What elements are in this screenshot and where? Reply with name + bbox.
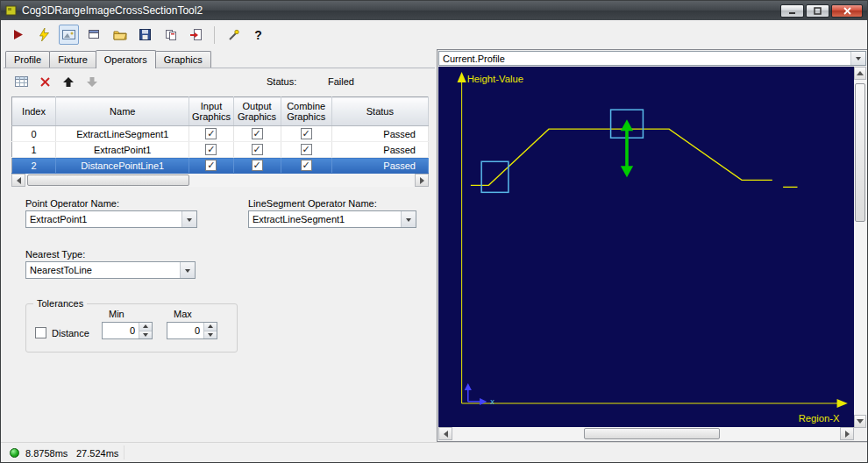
profile-source-combo[interactable]: Current.Profile (438, 51, 866, 66)
maximize-button[interactable] (806, 4, 829, 18)
nearest-type-label: Nearest Type: (25, 249, 85, 260)
combine-graphics-checkbox[interactable]: ✓ (301, 160, 312, 171)
delete-operator-button[interactable] (36, 73, 53, 90)
point-operator-combo[interactable]: ExtractPoint1 (25, 210, 197, 228)
tab-fixture[interactable]: Fixture (49, 51, 96, 68)
scroll-right-button[interactable] (840, 427, 854, 440)
combo-dropdown-button[interactable] (401, 211, 416, 227)
show-image-toggle[interactable] (59, 25, 79, 45)
combo-dropdown-button[interactable] (180, 262, 195, 278)
col-header-index: Index (12, 97, 56, 126)
tab-strip: Profile Fixture Operators Graphics (5, 51, 210, 68)
maximize-icon (814, 7, 822, 15)
status-value: Failed (328, 76, 354, 87)
scrollbar-track[interactable] (854, 80, 866, 415)
combo-dropdown-button[interactable] (850, 52, 865, 65)
add-operator-button[interactable] (12, 73, 30, 90)
scroll-down-button[interactable] (854, 415, 866, 428)
y-axis-label: Height-Value (467, 74, 523, 84)
max-label: Max (174, 309, 192, 319)
chart-vscrollbar[interactable] (854, 67, 866, 428)
minimize-icon (788, 7, 796, 15)
help-button[interactable]: ? (248, 25, 268, 45)
total-time: 27.524ms (76, 448, 118, 459)
cell-combine-graphics-checkbox: ✓ (281, 142, 331, 158)
x-axis-label: Region-X (799, 413, 840, 424)
arrow-down-icon (857, 419, 864, 427)
window-title: Cog3DRangeImageCrossSectionTool2 (22, 4, 203, 17)
help-icon: ? (254, 28, 262, 42)
cell-index: 0 (12, 126, 56, 142)
cell-status: Passed (331, 126, 428, 142)
profile-chart-area[interactable]: Height-ValueRegion-Xx (438, 67, 854, 428)
spin-up-button[interactable] (203, 323, 217, 331)
table-row[interactable]: 2DistancePointLine1✓✓✓Passed (12, 158, 429, 174)
output-graphics-checkbox[interactable]: ✓ (252, 160, 263, 171)
scroll-left-button[interactable] (438, 427, 452, 440)
nearest-type-value: NearestToLine (30, 265, 177, 275)
nearest-type-combo[interactable]: NearestToLine (25, 261, 196, 279)
table-row[interactable]: 0ExtractLineSegment1✓✓✓Passed (12, 126, 429, 142)
spin-up-button[interactable] (139, 323, 152, 331)
close-button[interactable] (831, 4, 863, 18)
scrollbar-corner (854, 428, 866, 440)
tab-profile[interactable]: Profile (5, 51, 50, 68)
arrow-right-icon (420, 177, 428, 184)
output-graphics-checkbox[interactable]: ✓ (252, 128, 263, 139)
chart-hscrollbar[interactable] (438, 427, 854, 440)
arrow-down-icon (208, 333, 213, 339)
scrollbar-track[interactable] (25, 174, 415, 187)
profile-chart[interactable]: Height-ValueRegion-Xx (438, 67, 854, 428)
minimize-button[interactable] (780, 4, 804, 18)
output-graphics-checkbox[interactable]: ✓ (252, 144, 263, 155)
move-down-button[interactable] (83, 73, 101, 90)
move-up-button[interactable] (60, 73, 77, 90)
tab-graphics[interactable]: Graphics (155, 51, 211, 68)
trigger-button[interactable] (33, 25, 53, 45)
open-file-button[interactable] (110, 25, 130, 45)
tab-operators[interactable]: Operators (96, 50, 156, 68)
chevron-down-icon (856, 57, 861, 63)
arrow-up-icon (143, 322, 148, 328)
spin-down-button[interactable] (139, 331, 152, 339)
combine-graphics-checkbox[interactable]: ✓ (301, 128, 312, 139)
app-icon (5, 4, 18, 17)
combine-graphics-checkbox[interactable]: ✓ (301, 144, 312, 155)
import-icon (190, 29, 203, 40)
import-button[interactable] (186, 25, 206, 45)
save-file-button[interactable] (135, 25, 155, 45)
scroll-up-button[interactable] (854, 67, 866, 80)
titlebar[interactable]: Cog3DRangeImageCrossSectionTool2 (1, 1, 867, 20)
cell-index: 2 (12, 158, 56, 174)
scroll-right-button[interactable] (415, 174, 429, 187)
linesegment-operator-combo[interactable]: ExtractLineSegment1 (248, 210, 416, 228)
delete-icon (40, 77, 50, 87)
spin-down-button[interactable] (203, 331, 217, 339)
distance-label: Distance (52, 328, 89, 338)
scrollbar-thumb[interactable] (27, 175, 189, 186)
scrollbar-track[interactable] (452, 427, 840, 440)
lightning-icon (38, 28, 50, 42)
input-graphics-checkbox[interactable]: ✓ (205, 128, 217, 139)
min-label: Min (109, 309, 125, 319)
distance-checkbox[interactable] (35, 327, 46, 338)
combo-dropdown-button[interactable] (181, 211, 196, 227)
scrollbar-thumb[interactable] (855, 83, 865, 222)
scroll-left-button[interactable] (11, 174, 25, 187)
cell-name: ExtractPoint1 (56, 142, 189, 158)
run-button[interactable] (8, 25, 28, 45)
copy-results-button[interactable] (160, 25, 181, 45)
input-graphics-checkbox[interactable]: ✓ (205, 160, 217, 171)
save-icon (139, 29, 151, 40)
float-window-button[interactable] (84, 25, 104, 45)
table-hscrollbar[interactable] (11, 174, 429, 187)
arrow-up-icon (208, 322, 213, 328)
point-operator-label: Point Operator Name: (25, 198, 119, 209)
table-row[interactable]: 1ExtractPoint1✓✓✓Passed (12, 142, 429, 158)
probe-button[interactable] (223, 25, 243, 45)
open-folder-icon (113, 29, 127, 40)
arrow-up-icon (62, 76, 75, 88)
cell-input-graphics-checkbox: ✓ (189, 126, 233, 142)
input-graphics-checkbox[interactable]: ✓ (205, 144, 217, 155)
scrollbar-thumb[interactable] (584, 428, 720, 439)
